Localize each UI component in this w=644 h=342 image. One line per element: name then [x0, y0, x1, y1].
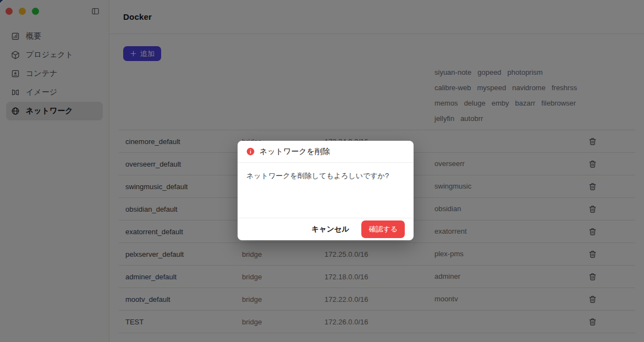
dialog-footer: キャンセル 確認する — [238, 218, 414, 240]
dialog-title: ネットワークを削除 — [260, 147, 330, 157]
cancel-button[interactable]: キャンセル — [311, 224, 349, 234]
alert-info-icon — [246, 147, 255, 156]
delete-network-dialog: ネットワークを削除 ネットワークを削除してもよろしいですか? キャンセル 確認す… — [238, 141, 414, 240]
dialog-message: ネットワークを削除してもよろしいですか? — [238, 163, 414, 189]
app-window: 概要プロジェクトコンテナイメージネットワーク Docker 追加 siyuan-… — [0, 0, 644, 342]
dialog-header: ネットワークを削除 — [238, 141, 414, 163]
confirm-button[interactable]: 確認する — [361, 220, 405, 238]
